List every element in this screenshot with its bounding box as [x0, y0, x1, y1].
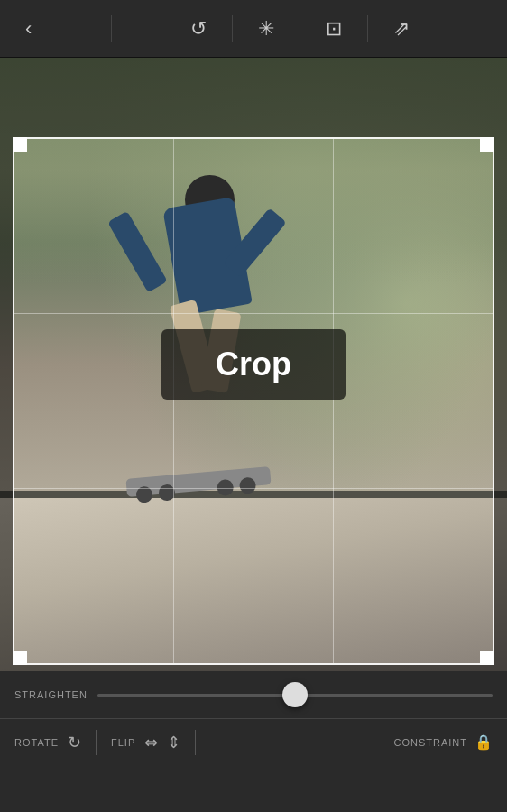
straighten-slider-thumb[interactable]	[282, 682, 308, 707]
constraint-group: CONstrAINT 🔒	[394, 734, 493, 751]
photo-area[interactable]: Crop	[0, 58, 507, 671]
top-toolbar: ‹ ↺ ✳ ⊡ ⇗	[0, 0, 507, 58]
grid-line-v1	[173, 139, 174, 663]
toolbar-center: ↺ ✳ ⊡ ⇗	[183, 10, 417, 48]
straighten-slider-track[interactable]	[97, 694, 493, 697]
flip-label: FLIP	[111, 737, 135, 748]
crop-corner-tl[interactable]	[13, 137, 27, 152]
grid-line-h2	[14, 488, 493, 489]
toolbar-divider-4	[367, 15, 368, 42]
action-divider-1	[96, 730, 97, 755]
lock-icon[interactable]: 🔒	[475, 734, 493, 751]
crop-corner-br[interactable]	[480, 651, 494, 665]
rotate-label: ROTATE	[14, 737, 59, 748]
rotate-icon[interactable]: ↻	[68, 733, 81, 752]
toolbar-divider-2	[232, 15, 233, 42]
crop-box[interactable]	[13, 137, 494, 665]
grid-line-h1	[14, 313, 493, 314]
flip-v-icon[interactable]: ⇕	[167, 733, 180, 752]
back-button[interactable]: ‹	[18, 10, 39, 48]
toolbar-left: ‹	[18, 10, 39, 48]
magic-button[interactable]: ✳	[251, 10, 281, 48]
grid-line-v2	[333, 139, 334, 663]
toolbar-divider-3	[300, 15, 300, 42]
undo-button[interactable]: ↺	[183, 10, 214, 48]
action-divider-2	[195, 730, 196, 755]
crop-corner-bl[interactable]	[13, 651, 27, 665]
crop-button[interactable]: ⊡	[318, 10, 349, 48]
share-button[interactable]: ⇗	[386, 10, 417, 48]
straighten-label: STRAIGHTEN	[14, 689, 87, 700]
bottom-controls: STRAIGHTEN ROTATE ↻ FLIP ⇔ ⇕ CONstrAINT …	[0, 671, 507, 812]
constraint-label: CONstrAINT	[394, 737, 468, 748]
crop-corner-tr[interactable]	[480, 137, 494, 152]
crop-label: Crop	[161, 329, 346, 400]
rotate-group: ROTATE ↻	[14, 733, 81, 752]
flip-group: FLIP ⇔ ⇕	[111, 733, 180, 752]
flip-h-icon[interactable]: ⇔	[144, 733, 158, 752]
straighten-row: STRAIGHTEN	[0, 671, 507, 718]
toolbar-divider-1	[111, 15, 112, 42]
action-row: ROTATE ↻ FLIP ⇔ ⇕ CONstrAINT 🔒	[0, 718, 507, 765]
